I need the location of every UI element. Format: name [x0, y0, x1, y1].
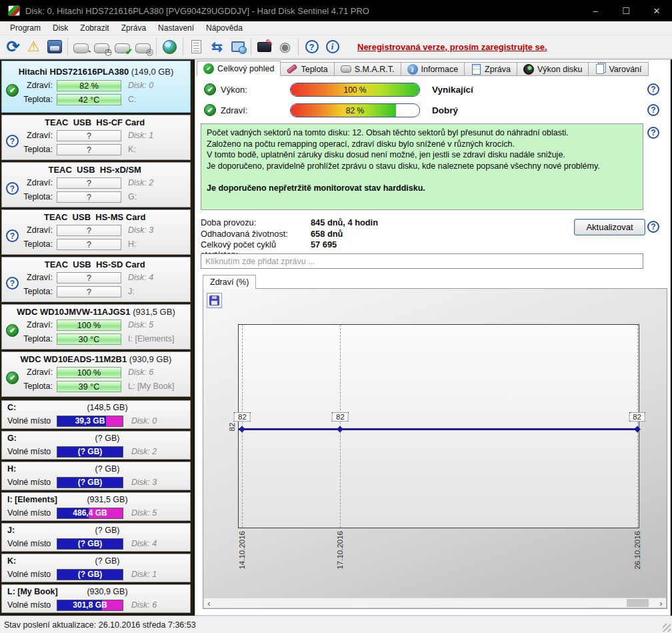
scrollbar-thumb[interactable]: [627, 599, 649, 607]
partition-panel[interactable]: K: (? GB) Volné místo (? GB) Disk: 1: [1, 554, 191, 582]
stat-value: 57 695: [311, 239, 337, 251]
space-usage-bar: 39,3 GB: [57, 416, 123, 427]
toolbar-separator: [67, 38, 68, 55]
tab[interactable]: Varování: [589, 62, 648, 76]
drive-letter: J:: [128, 287, 135, 296]
help-icon[interactable]: [647, 127, 659, 139]
tab[interactable]: Teplota: [281, 62, 334, 76]
disk-panel[interactable]: WDC WD10JMVW-11AJGS1 (931,5 GB) Zdraví: …: [1, 304, 191, 350]
health-label: Zdraví:: [2, 178, 57, 187]
performance-rating: Vynikající: [432, 85, 473, 95]
disk-panel[interactable]: TEAC USB HS-MS Card Zdraví: ? Disk: 3 Te…: [1, 209, 191, 255]
x-axis-date-label: 17.10.2016: [336, 531, 344, 570]
update-button[interactable]: Aktualizovat: [574, 219, 645, 235]
disk-clock-icon[interactable]: [91, 37, 112, 57]
help-icon[interactable]: [301, 37, 322, 57]
partition-panel[interactable]: L: [My Book] (930,9 GB) Volné místo 301,…: [1, 584, 191, 613]
disk-number: Disk: 3: [131, 478, 157, 487]
menu-item[interactable]: Zobrazit: [74, 22, 115, 34]
tab-label: Varování: [609, 65, 641, 74]
tab-strip: Celkový pohled Teplota S.M.A.R.T. Inform…: [197, 61, 649, 76]
add-message-input[interactable]: [201, 253, 643, 269]
globe-disk-icon[interactable]: [159, 37, 180, 57]
menu-item[interactable]: Zpráva: [115, 22, 152, 34]
menu-item[interactable]: Nastavení: [152, 22, 200, 34]
speaker-icon[interactable]: [275, 37, 295, 57]
report-document-icon[interactable]: [186, 37, 207, 57]
drive-letter: G:: [128, 192, 137, 201]
disk-panel[interactable]: WDC WD10EADS-11M2B1 (930,9 GB) Zdraví: 1…: [1, 352, 191, 397]
partition-size: (931,5 GB): [61, 495, 154, 504]
help-icon[interactable]: [647, 83, 659, 95]
menu-item[interactable]: Nápověda: [200, 22, 249, 34]
health-bar: ?: [57, 225, 121, 236]
toolbar-separator: [183, 38, 183, 55]
tab[interactable]: Zpráva: [465, 62, 517, 76]
help-icon[interactable]: [647, 104, 659, 116]
tab[interactable]: Výkon disku: [517, 62, 589, 76]
partition-name: I: [Elements]: [7, 495, 57, 504]
health-chart-panel: 82 82 14.10.2016: [203, 288, 667, 609]
register-link[interactable]: Neregistrovaná verze, prosím zaregistruj…: [357, 42, 547, 52]
performance-status-icon: [204, 83, 216, 95]
close-button[interactable]: ✕: [641, 0, 672, 21]
free-space-label: Volné místo: [2, 570, 57, 579]
warning-pages-icon: [595, 64, 605, 75]
save-chart-button[interactable]: [207, 293, 222, 308]
disk-panel[interactable]: TEAC USB HS-CF Card Zdraví: ? Disk: 1 Te…: [1, 115, 191, 160]
disk-panel[interactable]: TEAC USB HS-xD/SM Zdraví: ? Disk: 2 Tepl…: [1, 162, 191, 207]
disk-monitor-icon[interactable]: [44, 37, 65, 57]
x-axis-date-label: 14.10.2016: [238, 531, 246, 570]
minimize-button[interactable]: –: [580, 0, 611, 21]
free-space-value: (? GB): [57, 539, 123, 549]
partition-panel[interactable]: H: (? GB) Volné místo (? GB) Disk: 3: [1, 462, 191, 490]
disk-size: (931,5 GB): [133, 307, 175, 317]
computer-pen-icon[interactable]: [254, 37, 275, 57]
health-bar: 82 %: [57, 80, 121, 91]
disk-name: Hitachi HDS721616PLA380: [19, 67, 129, 77]
partition-panel[interactable]: C: (148,5 GB) Volné místo 39,3 GB Disk: …: [1, 400, 191, 429]
overview-check-icon: [203, 63, 214, 74]
free-space-value: (? GB): [57, 478, 123, 488]
tab[interactable]: Celkový pohled: [197, 61, 281, 76]
free-space-label: Volné místo: [2, 600, 57, 610]
app-icon: [8, 5, 20, 16]
resize-grip[interactable]: [663, 624, 671, 632]
disk-panel[interactable]: Hitachi HDS721616PLA380 (149,0 GB) Zdrav…: [1, 61, 191, 113]
free-space-label: Volné místo: [2, 416, 57, 426]
space-usage-bar: (? GB): [57, 569, 123, 580]
chart-horizontal-scrollbar[interactable]: ‹ ›: [204, 598, 666, 608]
help-icon[interactable]: [647, 221, 659, 233]
title-bar: Disk: 0, Hitachi HDS721616PLA380 [PVG904…: [0, 0, 672, 21]
disk-number: Disk: 6: [128, 368, 153, 377]
refresh-icon[interactable]: [3, 37, 23, 57]
disk-panel[interactable]: TEAC USB HS-SD Card Zdraví: ? Disk: 4 Te…: [1, 257, 191, 302]
maximize-button[interactable]: ☐: [611, 0, 641, 21]
tab[interactable]: Informace: [401, 62, 465, 76]
menu-item[interactable]: Program: [4, 22, 47, 34]
disk-search-icon[interactable]: [133, 37, 153, 57]
partition-name: L: [My Book]: [7, 587, 58, 596]
disk-name: TEAC USB HS-xD/SM: [48, 165, 141, 175]
temperature-bar: 30 °C: [57, 334, 121, 345]
menu-item[interactable]: Disk: [47, 22, 74, 34]
tab[interactable]: S.M.A.R.T.: [335, 62, 401, 76]
disk-number: Disk: 3: [128, 225, 153, 235]
partition-panel[interactable]: J: (? GB) Volné místo (? GB) Disk: 4: [1, 523, 191, 552]
disk-check-icon[interactable]: [112, 37, 133, 57]
sync-message-icon[interactable]: [207, 37, 227, 57]
info-bubble-icon[interactable]: [322, 37, 343, 57]
partition-panel[interactable]: I: [Elements] (931,5 GB) Volné místo 486…: [1, 492, 191, 521]
disk-gauge-icon[interactable]: [71, 37, 91, 57]
scroll-right-arrow[interactable]: ›: [656, 598, 666, 608]
alert-refresh-icon[interactable]: [23, 37, 44, 57]
tab-label: Výkon disku: [537, 65, 582, 74]
tab-label: Zpráva: [485, 65, 511, 74]
partition-panel[interactable]: G: (? GB) Volné místo (? GB) Disk: 2: [1, 431, 191, 460]
chart-tab-health[interactable]: Zdraví (%): [203, 275, 256, 289]
partition-size: (? GB): [61, 464, 154, 474]
scroll-left-arrow[interactable]: ‹: [204, 598, 214, 608]
space-usage-bar: (? GB): [57, 446, 123, 458]
network-computer-icon[interactable]: [227, 37, 248, 57]
disk-number: Disk: 4: [131, 539, 157, 548]
